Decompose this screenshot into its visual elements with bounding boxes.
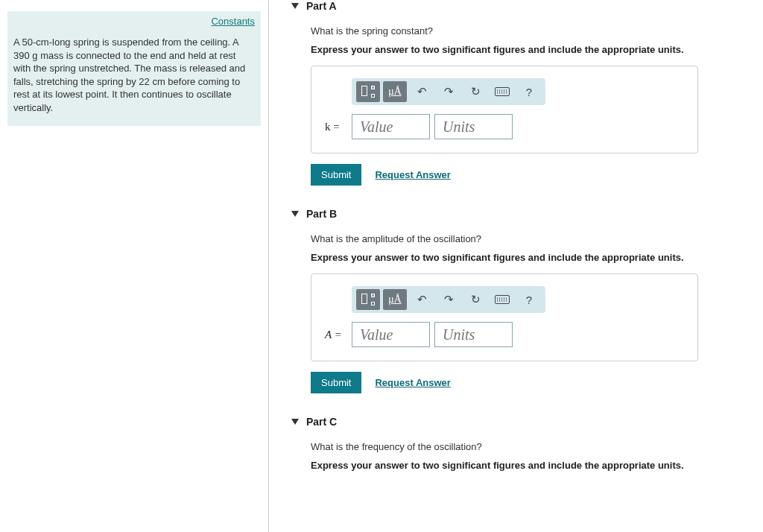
undo-icon[interactable]: ↶ [410,81,434,102]
part-b-request-answer[interactable]: Request Answer [375,377,450,388]
part-b-toolbar: μÅ ↶ ↷ ↻ ? [352,286,545,313]
reset-icon[interactable]: ↻ [463,289,487,310]
part-b-header[interactable]: Part B [291,208,748,220]
part-b-question: What is the amplitude of the oscillation… [311,233,748,244]
part-a-variable: k = [325,121,347,133]
part-a-header[interactable]: Part A [291,0,748,12]
constants-link[interactable]: Constants [211,16,255,27]
part-b-title: Part B [306,208,337,220]
part-b-instruction: Express your answer to two significant f… [311,252,748,263]
part-a-units-input[interactable] [434,114,513,139]
redo-icon[interactable]: ↷ [437,289,460,310]
reset-icon[interactable]: ↻ [463,81,487,102]
constants-bar: Constants [7,11,261,31]
templates-icon[interactable] [356,81,380,102]
templates-icon[interactable] [356,289,380,310]
chevron-down-icon [291,3,299,9]
part-b-variable: A = [325,329,347,341]
part-b-answer-row: A = [325,322,684,347]
help-icon[interactable]: ? [517,289,541,310]
part-a: Part A What is the spring constant? Expr… [291,0,748,186]
keyboard-icon[interactable] [490,289,514,310]
symbols-button[interactable]: μÅ [383,81,407,102]
part-c-header[interactable]: Part C [291,416,748,428]
main-content: Part A What is the spring constant? Expr… [268,0,763,532]
chevron-down-icon [291,211,299,217]
part-a-answer-row: k = [325,114,684,139]
part-a-value-input[interactable] [352,114,430,139]
chevron-down-icon [291,419,299,425]
part-b-answer-box: μÅ ↶ ↷ ↻ ? A = [311,273,698,361]
part-b-units-input[interactable] [434,322,513,347]
part-b: Part B What is the amplitude of the osci… [291,208,748,393]
part-c-instruction: Express your answer to two significant f… [311,460,748,471]
part-b-submit-button[interactable]: Submit [311,372,361,393]
redo-icon[interactable]: ↷ [437,81,460,102]
part-b-value-input[interactable] [352,322,430,347]
part-a-question: What is the spring constant? [311,25,748,37]
part-a-title: Part A [306,0,337,12]
part-a-actions: Submit Request Answer [311,164,748,186]
help-icon[interactable]: ? [517,81,541,102]
part-a-request-answer[interactable]: Request Answer [375,169,450,180]
part-a-answer-box: μÅ ↶ ↷ ↻ ? k = [311,66,698,153]
part-c-question: What is the frequency of the oscillation… [311,441,748,452]
problem-statement: A 50-cm-long spring is suspended from th… [7,31,261,126]
part-c-title: Part C [306,416,337,428]
part-a-submit-button[interactable]: Submit [311,164,361,186]
symbols-button[interactable]: μÅ [383,289,407,310]
part-b-actions: Submit Request Answer [311,372,748,393]
part-c: Part C What is the frequency of the osci… [291,416,748,471]
problem-sidebar: Constants A 50-cm-long spring is suspend… [0,0,268,532]
undo-icon[interactable]: ↶ [410,289,434,310]
keyboard-icon[interactable] [490,81,514,102]
part-a-toolbar: μÅ ↶ ↷ ↻ ? [352,78,545,105]
part-a-instruction: Express your answer to two significant f… [311,44,748,55]
